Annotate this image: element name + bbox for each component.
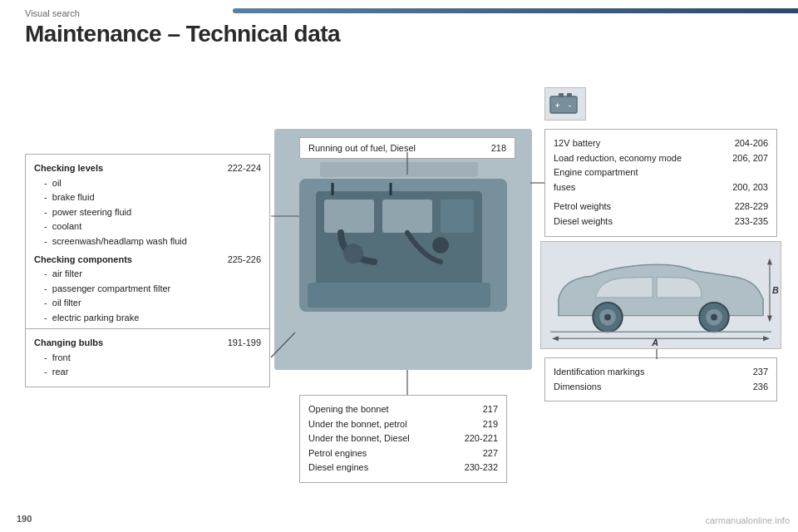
battery-icon-area: + - (544, 87, 586, 121)
changing-bulbs-box: Changing bulbs 191-199 - front - rear (25, 328, 270, 387)
changing-bulbs-label: Changing bulbs (34, 336, 103, 351)
comp-item-1: - air filter (34, 267, 261, 282)
svg-rect-14 (567, 93, 572, 97)
checking-levels-item-3: - power steering fluid (34, 205, 261, 220)
car-side-image: A B (540, 241, 781, 349)
checking-levels-box: Checking levels 222-224 - oil - brake fl… (25, 154, 270, 347)
checking-levels-item-4: - coolant (34, 219, 261, 234)
battery-box: 12V battery 204-206 Load reduction, econ… (544, 129, 777, 237)
bulbs-item-2: - rear (34, 365, 261, 380)
page-number: 190 (17, 514, 32, 524)
battery-row-2: Load reduction, economy mode 206, 207 (554, 151, 768, 166)
identification-row-1: Identification markings 237 (554, 365, 768, 380)
checking-levels-pages: 222-224 (211, 161, 261, 176)
svg-rect-5 (441, 200, 474, 233)
svg-rect-12 (550, 96, 577, 113)
svg-rect-4 (382, 200, 432, 233)
engine-image (274, 129, 532, 370)
checking-levels-label: Checking levels (34, 161, 103, 176)
header-bar (233, 8, 798, 13)
comp-item-2: - passenger compartment filter (34, 282, 261, 297)
svg-rect-3 (324, 200, 374, 233)
bonnet-row-5: Diesel engines 230-232 (308, 461, 498, 475)
comp-item-3: - oil filter (34, 296, 261, 311)
changing-bulbs-pages: 191-199 (211, 336, 261, 351)
watermark: carmanualonline.info (705, 515, 790, 525)
comp-item-4: - electric parking brake (34, 311, 261, 326)
checking-levels-item-5: - screenwash/headlamp wash fluid (34, 234, 261, 249)
svg-point-6 (343, 244, 363, 264)
fuel-pages: 218 (456, 143, 506, 153)
svg-text:A: A (651, 337, 658, 347)
identification-box: Identification markings 237 Dimensions 2… (544, 357, 777, 401)
checking-components-label: Checking components (34, 253, 132, 268)
checking-levels-item-2: - brake fluid (34, 190, 261, 205)
bonnet-row-1: Opening the bonnet 217 (308, 402, 498, 417)
page-title: Maintenance – Technical data (25, 21, 340, 47)
bonnet-box: Opening the bonnet 217 Under the bonnet,… (299, 395, 507, 483)
fuel-label: Running out of fuel, Diesel (308, 143, 416, 153)
battery-row-3: Engine compartment (554, 165, 768, 180)
svg-rect-8 (308, 283, 490, 308)
battery-row-5: Petrol weights 228-229 (554, 200, 768, 214)
battery-row-6: Diesel weights 233-235 (554, 214, 768, 229)
bonnet-row-2: Under the bonnet, petrol 219 (308, 417, 498, 432)
svg-rect-13 (559, 93, 564, 97)
svg-text:-: - (569, 101, 571, 110)
svg-text:+: + (555, 101, 559, 110)
fuel-box: Running out of fuel, Diesel 218 (299, 137, 515, 159)
section-label: Visual search (25, 8, 80, 18)
identification-row-2: Dimensions 236 (554, 380, 768, 395)
bonnet-row-4: Petrol engines 227 (308, 446, 498, 461)
bulbs-item-1: - front (34, 351, 261, 366)
checking-levels-item-1: - oil (34, 176, 261, 191)
svg-point-23 (711, 314, 717, 321)
bonnet-row-3: Under the bonnet, Diesel 220-221 (308, 431, 498, 446)
checking-components-pages: 225-226 (211, 253, 261, 268)
svg-rect-11 (320, 162, 478, 177)
svg-point-20 (604, 314, 611, 321)
battery-row-4: fuses 200, 203 (554, 180, 768, 195)
battery-row-1: 12V battery 204-206 (554, 136, 768, 151)
svg-point-7 (432, 237, 449, 254)
svg-text:B: B (772, 285, 779, 295)
